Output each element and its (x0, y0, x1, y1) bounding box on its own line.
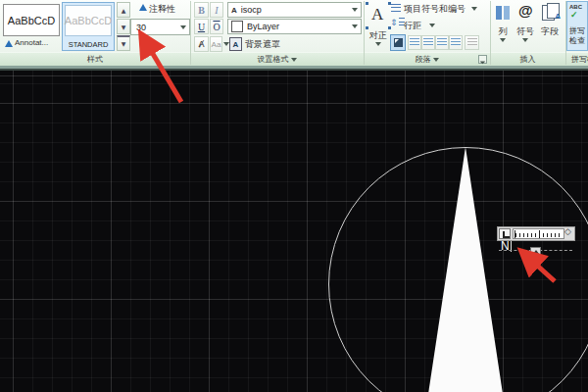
spell-label-line2: 检查 (569, 35, 585, 46)
ruler-scale[interactable] (513, 228, 564, 239)
chevron-down-icon[interactable] (375, 42, 381, 46)
font-icon: A (231, 6, 237, 15)
align-center-button[interactable] (408, 35, 421, 50)
app-window: AaBbCcD Annotat... AaBbCcD STANDARD ▲ ▼ … (0, 0, 588, 392)
oblique-angle-button[interactable]: Ⱥ (194, 36, 209, 52)
bullets-numbering-icon (391, 4, 401, 14)
style-gallery-down-button[interactable]: ▼ (117, 19, 130, 34)
combine-paragraphs-button[interactable] (465, 35, 479, 50)
field-label[interactable]: 字段 (537, 25, 563, 38)
annotative-label: 注释性 (149, 3, 175, 16)
check-icon: ✓ (570, 10, 578, 20)
align-right-button[interactable] (421, 35, 435, 50)
symbol-label[interactable]: 符号 (513, 25, 538, 38)
align-left-button[interactable] (390, 34, 406, 51)
color-select[interactable]: ByLayer (227, 19, 362, 34)
width-grip-icon[interactable]: ◇ (564, 226, 571, 236)
style-preview-text: AaBbCcD (65, 15, 112, 26)
background-mask-label[interactable]: 背景遮罩 (245, 38, 280, 51)
chevron-down-icon[interactable] (500, 38, 506, 42)
line-spacing-icon: ⇕ (390, 18, 405, 27)
chevron-down-icon[interactable] (429, 24, 435, 27)
paragraph-dialog-launcher[interactable] (478, 55, 487, 64)
align-justify-button[interactable] (435, 35, 449, 50)
style-preview-box: AaBbCcD (65, 5, 112, 36)
ruler-tick-major (514, 230, 515, 238)
font-value: isocp (241, 5, 352, 15)
spell-check-button[interactable]: ABC ✓ 拼写 检查 (566, 1, 588, 51)
ruler-tick-major (539, 230, 540, 238)
color-value: ByLayer (247, 22, 352, 31)
italic-button[interactable]: I (210, 2, 223, 18)
style-gallery-expand-button[interactable]: ▼ (117, 35, 130, 51)
background-mask-icon: A (229, 37, 242, 51)
style-preview-text: AaBbCcD (8, 15, 55, 26)
justify-button[interactable]: A (366, 2, 391, 29)
style-tile-standard[interactable]: AaBbCcD STANDARD (62, 2, 115, 51)
chevron-down-icon[interactable] (471, 7, 477, 11)
underline-button[interactable]: U (194, 19, 209, 34)
align-distribute-button[interactable] (449, 35, 463, 50)
text-editor-ribbon: AaBbCcD Annotat... AaBbCcD STANDARD ▲ ▼ … (0, 0, 588, 66)
style-tile-annotative[interactable]: AaBbCcD (3, 4, 60, 36)
annotative-triangle-icon (5, 40, 13, 47)
overline-button[interactable]: O (210, 19, 223, 34)
line-spacing-label[interactable]: 行距 (404, 20, 421, 32)
columns-icon (496, 6, 511, 20)
tab-stop-icon (503, 231, 510, 238)
text-height-value: 30 (136, 23, 180, 32)
style-tile-label: Annotat... (15, 38, 48, 47)
bullets-numbering-label[interactable]: 项目符号和编号 (404, 3, 466, 16)
tab-stop-button[interactable] (499, 228, 511, 239)
symbol-icon: @ (518, 2, 533, 19)
chevron-down-icon[interactable] (180, 25, 186, 29)
color-swatch (231, 21, 243, 32)
change-case-button[interactable]: Aa (210, 36, 222, 52)
format-panel-title[interactable]: 设置格式 (190, 54, 364, 65)
style-gallery-up-button[interactable]: ▲ (117, 2, 130, 18)
insert-panel-title[interactable]: 插入 (490, 54, 565, 65)
chevron-down-icon[interactable] (522, 38, 528, 42)
font-select[interactable]: A isocp (227, 2, 362, 18)
paragraph-panel-title[interactable]: 段落 (364, 54, 490, 65)
field-icon: A (542, 3, 560, 20)
column-height-grip[interactable] (530, 247, 541, 262)
chevron-down-icon[interactable] (352, 24, 358, 28)
text-height-input[interactable]: 30 (130, 19, 190, 35)
justify-label: 对正 (365, 29, 392, 42)
chevron-down-icon[interactable] (352, 8, 358, 12)
annotative-icon (139, 4, 147, 11)
spell-panel-title[interactable]: 拼写检查 (565, 54, 588, 65)
bold-button[interactable]: B (194, 2, 209, 18)
styles-panel-title[interactable]: 样式 (0, 54, 190, 65)
drawing-canvas[interactable]: ◇ N (0, 71, 588, 392)
justify-glyph: A (371, 5, 383, 24)
style-tile-label: STANDARD (63, 40, 114, 49)
